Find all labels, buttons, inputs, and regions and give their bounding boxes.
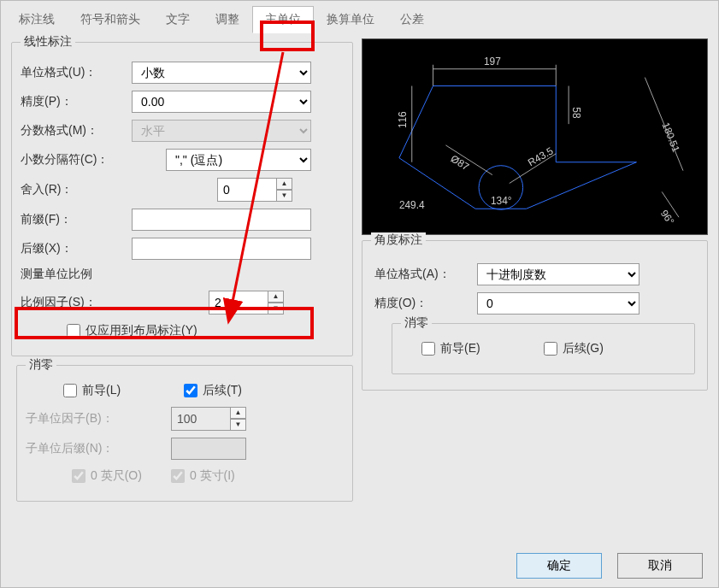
angular-precision-label: 精度(O)： xyxy=(374,296,477,311)
angular-zero-title: 消零 xyxy=(401,315,432,331)
dim-249: 249.4 xyxy=(399,199,425,211)
dim-134: 134° xyxy=(491,195,512,207)
subfactor-up: ▲ xyxy=(231,407,246,419)
tab-dimlines[interactable]: 标注线 xyxy=(6,6,68,33)
suffix-input[interactable] xyxy=(132,238,311,260)
dim-116: 116 xyxy=(397,111,409,128)
scale-factor-input[interactable] xyxy=(209,291,268,315)
angular-trailing-label: 后续(G) xyxy=(563,341,604,356)
tab-symbols[interactable]: 符号和箭头 xyxy=(68,6,153,33)
scale-factor-spinner[interactable]: ▲ ▼ xyxy=(209,291,284,315)
tab-tolerance[interactable]: 公差 xyxy=(387,6,437,33)
roundoff-spinner[interactable]: ▲ ▼ xyxy=(217,178,292,202)
feet-label: 0 英尺(O) xyxy=(91,468,142,484)
layout-only-checkbox-wrap[interactable]: 仅应用到布局标注(Y) xyxy=(63,321,197,340)
scale-title: 测量单位比例 xyxy=(21,267,344,282)
zero-title: 消零 xyxy=(26,357,56,373)
layout-only-label: 仅应用到布局标注(Y) xyxy=(85,323,197,338)
fraction-format-label: 分数格式(M)： xyxy=(21,123,132,138)
trailing-label: 后续(T) xyxy=(203,383,242,398)
dim-58: 58 xyxy=(570,107,582,119)
cancel-button[interactable]: 取消 xyxy=(617,553,703,579)
leading-checkbox[interactable] xyxy=(63,384,77,397)
angular-title: 角度标注 xyxy=(371,232,426,248)
tab-primary-units[interactable]: 主单位 xyxy=(252,6,314,33)
subfactor-label: 子单位因子(B)： xyxy=(26,411,145,426)
separator-select[interactable]: "," (逗点) xyxy=(166,149,311,171)
precision-select[interactable]: 0.00 xyxy=(132,91,311,113)
left-column: 线性标注 单位格式(U)： 小数 精度(P)： 0.00 分数格式(M)： xyxy=(11,38,353,510)
tab-bar: 标注线 符号和箭头 文字 调整 主单位 换算单位 公差 xyxy=(6,6,713,33)
subfactor-spinner: ▲ ▼ xyxy=(171,407,246,431)
feet-checkbox xyxy=(72,469,85,483)
linear-dimension-group: 线性标注 单位格式(U)： 小数 精度(P)： 0.00 分数格式(M)： xyxy=(11,42,353,356)
trailing-checkbox-wrap[interactable]: 后续(T) xyxy=(180,381,242,400)
right-column: 197 58 116 180.51 Ø87 R43.5 134° 249.4 9… xyxy=(353,38,708,510)
unit-format-select[interactable]: 小数 xyxy=(132,62,311,84)
prefix-label: 前缀(F)： xyxy=(21,212,132,227)
content-area: 线性标注 单位格式(U)： 小数 精度(P)： 0.00 分数格式(M)： xyxy=(1,33,718,515)
angular-precision-select[interactable]: 0 xyxy=(477,292,639,315)
subsuffix-label: 子单位后缀(N)： xyxy=(26,441,145,456)
roundoff-label: 舍入(R)： xyxy=(21,182,132,197)
roundoff-input[interactable] xyxy=(217,178,277,202)
precision-label: 精度(P)： xyxy=(21,94,132,109)
angular-zero-group: 消零 前导(E) 后续(G) xyxy=(392,323,695,374)
angular-trailing-checkbox[interactable] xyxy=(544,342,557,356)
angular-unit-select[interactable]: 十进制度数 xyxy=(477,263,639,285)
angular-dimension-group: 角度标注 单位格式(A)： 十进制度数 精度(O)： 0 消零 xyxy=(362,240,708,391)
dim-r: R43.5 xyxy=(526,144,556,168)
dim-197: 197 xyxy=(484,56,501,68)
preview-panel: 197 58 116 180.51 Ø87 R43.5 134° 249.4 9… xyxy=(362,38,708,235)
angular-leading-checkbox[interactable] xyxy=(421,342,435,356)
tab-text[interactable]: 文字 xyxy=(153,6,203,33)
scale-down[interactable]: ▼ xyxy=(268,303,284,315)
angular-leading-wrap[interactable]: 前导(E) xyxy=(418,339,480,358)
scale-factor-label: 比例因子(S)： xyxy=(21,295,132,310)
ok-button[interactable]: 确定 xyxy=(516,553,602,579)
tab-fit[interactable]: 调整 xyxy=(203,6,252,33)
roundoff-up[interactable]: ▲ xyxy=(277,178,292,190)
layout-only-checkbox[interactable] xyxy=(67,324,80,338)
dim-180: 180.51 xyxy=(659,121,682,154)
scale-up[interactable]: ▲ xyxy=(268,291,284,303)
angular-unit-label: 单位格式(A)： xyxy=(374,267,477,282)
suffix-label: 后缀(X)： xyxy=(21,241,132,256)
subfactor-down: ▼ xyxy=(231,419,246,431)
leading-label: 前导(L) xyxy=(82,383,121,398)
tab-alt-units[interactable]: 换算单位 xyxy=(314,6,387,33)
preview-svg: 197 58 116 180.51 Ø87 R43.5 134° 249.4 9… xyxy=(362,39,707,234)
feet-checkbox-wrap: 0 英尺(O) xyxy=(68,467,142,485)
angular-trailing-wrap[interactable]: 后续(G) xyxy=(540,339,604,358)
angular-leading-label: 前导(E) xyxy=(440,341,480,356)
trailing-checkbox[interactable] xyxy=(184,384,197,397)
inch-label: 0 英寸(I) xyxy=(190,468,235,484)
subsuffix-input xyxy=(171,438,246,460)
separator-label: 小数分隔符(C)： xyxy=(21,152,132,168)
fraction-format-select: 水平 xyxy=(132,120,311,142)
prefix-input[interactable] xyxy=(132,209,311,231)
roundoff-down[interactable]: ▼ xyxy=(277,190,292,202)
dim-dia: Ø87 xyxy=(449,152,471,173)
inch-checkbox-wrap: 0 英寸(I) xyxy=(168,467,235,485)
button-row: 确定 取消 xyxy=(516,553,703,579)
inch-checkbox xyxy=(171,469,185,483)
linear-title: 线性标注 xyxy=(21,34,75,50)
dimension-style-dialog: 标注线 符号和箭头 文字 调整 主单位 换算单位 公差 线性标注 单位格式(U)… xyxy=(0,0,719,588)
leading-checkbox-wrap[interactable]: 前导(L) xyxy=(60,381,121,400)
subfactor-input xyxy=(171,407,231,431)
unit-format-label: 单位格式(U)： xyxy=(21,65,132,80)
zero-suppression-group: 消零 前导(L) 后续(T) 子单位因子(B)： xyxy=(16,365,353,502)
